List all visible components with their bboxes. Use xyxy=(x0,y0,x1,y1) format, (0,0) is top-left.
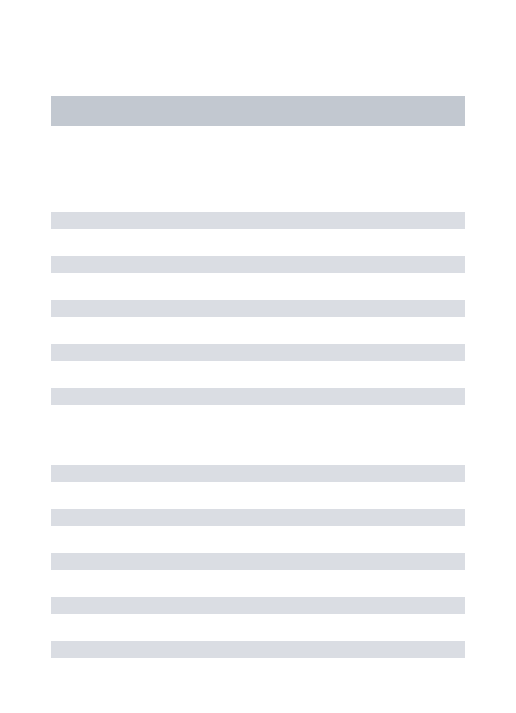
skeleton-line xyxy=(51,597,465,614)
skeleton-line xyxy=(51,212,465,229)
skeleton-line xyxy=(51,300,465,317)
skeleton-line xyxy=(51,641,465,658)
skeleton-line-group-1 xyxy=(51,212,465,405)
skeleton-group-gap xyxy=(51,405,465,465)
skeleton-container xyxy=(0,0,516,658)
skeleton-line-group-2 xyxy=(51,465,465,658)
skeleton-line xyxy=(51,553,465,570)
skeleton-line xyxy=(51,256,465,273)
skeleton-line xyxy=(51,344,465,361)
skeleton-header-bar xyxy=(51,96,465,126)
skeleton-line xyxy=(51,509,465,526)
skeleton-line xyxy=(51,465,465,482)
skeleton-line xyxy=(51,388,465,405)
